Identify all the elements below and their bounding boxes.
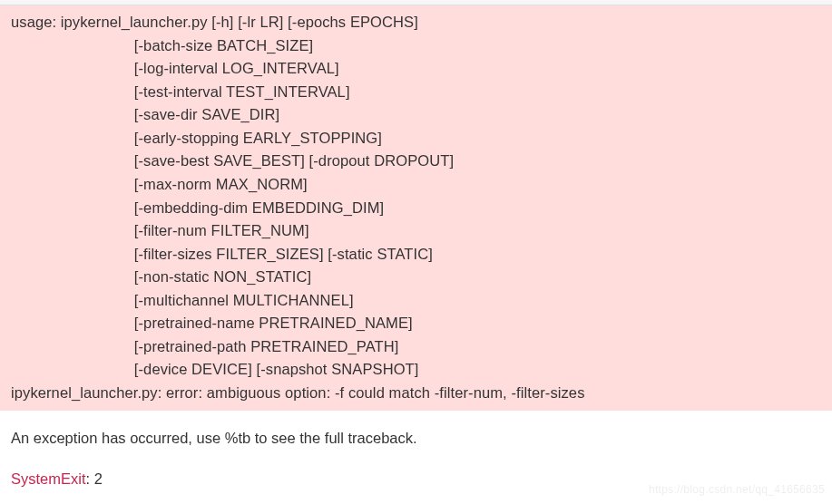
stderr-output-cell: usage: ipykernel_launcher.py [-h] [-lr L… [0, 5, 832, 411]
usage-error-text: usage: ipykernel_launcher.py [-h] [-lr L… [11, 11, 821, 405]
exception-message-row: An exception has occurred, use %tb to se… [0, 411, 832, 458]
exception-message: An exception has occurred, use %tb to se… [11, 430, 417, 446]
watermark-text: https://blog.csdn.net/qq_41656635 [649, 481, 825, 499]
systemexit-code: : 2 [86, 470, 103, 487]
systemexit-name: SystemExit [11, 470, 86, 487]
